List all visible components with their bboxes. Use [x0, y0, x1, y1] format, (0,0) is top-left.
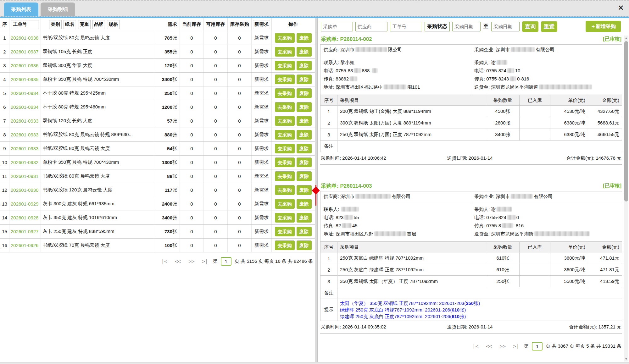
filter-paper-name[interactable]: 纸名: [64, 20, 76, 29]
buy-button[interactable]: 去采购: [275, 88, 295, 98]
pagination-prev-button[interactable]: <<: [486, 343, 492, 349]
discard-button[interactable]: 废除: [297, 74, 312, 84]
order-no-link[interactable]: 202601-0926: [9, 239, 41, 252]
reset-button[interactable]: 重置: [541, 21, 557, 32]
seq-cell: 6: [0, 100, 9, 114]
left-pagination: |< << >> >| 第 页 共 5156 页 每页 16 条 共 82486…: [0, 255, 315, 267]
scrollbar-up-icon[interactable]: ▲: [624, 36, 628, 40]
current-stock-cell: 0: [180, 156, 204, 169]
discard-button[interactable]: 废除: [297, 144, 312, 153]
discard-button[interactable]: 废除: [297, 199, 312, 209]
buy-button[interactable]: 去采购: [275, 185, 295, 195]
discard-button[interactable]: 废除: [297, 33, 312, 43]
date-from-input[interactable]: [452, 22, 481, 31]
col-seq: 序: [0, 18, 9, 31]
buy-button[interactable]: 去采购: [275, 227, 295, 236]
hint-line[interactable]: 绿建晖 250克 灰底白 正度787*1092mm: 202601-206(61…: [340, 313, 619, 320]
order-no-link[interactable]: 202601-0933: [9, 142, 41, 155]
order-no-link[interactable]: 202601-0930: [9, 183, 41, 197]
pagination-prev-button[interactable]: <<: [175, 258, 181, 264]
discard-button[interactable]: 废除: [297, 102, 312, 112]
new-demand-filter[interactable]: 新需求: [253, 20, 270, 29]
order-no-link[interactable]: 202601-0933: [9, 114, 41, 128]
work-order-input[interactable]: [390, 22, 422, 31]
buy-button[interactable]: 去采购: [275, 116, 295, 126]
query-button[interactable]: 查询: [522, 21, 538, 32]
add-purchase-button[interactable]: ＋新增采购: [586, 21, 621, 32]
scrollbar-thumb[interactable]: [624, 41, 628, 201]
date-to-input[interactable]: [491, 22, 520, 31]
discard-button[interactable]: 废除: [297, 171, 312, 181]
buy-button[interactable]: 去采购: [275, 213, 295, 223]
order-no-link[interactable]: 202601-0932: [9, 156, 41, 169]
page-number-input[interactable]: [532, 342, 543, 350]
items-header-cell: 采购数量: [486, 242, 520, 252]
supplier-input[interactable]: [355, 22, 387, 31]
order-no-link[interactable]: 202601-0937: [9, 45, 41, 58]
hint-line[interactable]: 太阳（华夏） 350克 双铜纸 正度787*1092mm: 202601-203…: [340, 300, 619, 306]
hint-line[interactable]: 绿建晖 250克 灰底白 特规787*1092mm: 202601-206(61…: [340, 306, 619, 313]
discard-button[interactable]: 废除: [297, 227, 312, 236]
order-no-link[interactable]: 202601-0935: [9, 73, 41, 86]
order-no-link[interactable]: 202601-0934: [9, 86, 41, 100]
page-number-input[interactable]: [221, 257, 231, 266]
censored-text: [384, 85, 406, 89]
discard-button[interactable]: 废除: [297, 240, 312, 250]
buy-button[interactable]: 去采购: [275, 102, 295, 112]
buy-button[interactable]: 去采购: [275, 33, 295, 43]
table-row: 3202601-0936双铜纸 300克 华泰 大度120张000新需求去采购废…: [0, 59, 315, 73]
scrollbar-down-icon[interactable]: ▼: [624, 357, 628, 361]
order-no-link[interactable]: 202601-0929: [9, 197, 41, 211]
close-icon[interactable]: ✕: [618, 4, 624, 12]
order-no-link[interactable]: 202601-0936: [9, 59, 41, 72]
buy-button[interactable]: 去采购: [275, 74, 295, 84]
discard-button[interactable]: 废除: [297, 61, 312, 70]
item-no-cell: 2: [320, 117, 337, 129]
pagination-first-button[interactable]: |<: [161, 258, 167, 264]
desc-cell: 书纸/双胶纸 80克 晨鸣云镜 大度: [41, 31, 154, 45]
buy-button[interactable]: 去采购: [275, 61, 295, 70]
discard-button[interactable]: 废除: [297, 116, 312, 126]
pagination-last-button[interactable]: >|: [513, 343, 519, 349]
pagination-last-button[interactable]: >|: [202, 258, 208, 264]
filter-brand[interactable]: 品牌: [92, 20, 105, 29]
po-number-input[interactable]: [321, 22, 353, 31]
order-no-link[interactable]: 202601-0938: [9, 31, 41, 45]
info-row: 供应商: 深圳市限公司采购企业: 深圳市有限公司: [320, 45, 622, 55]
order-no-link[interactable]: 202601-0927: [9, 225, 41, 238]
tab-purchase-detail[interactable]: 采购明细: [41, 3, 75, 16]
window-bottom-edge: [0, 362, 629, 364]
desc-cell: 书纸/双胶纸 80克 晨鸣云镜 大度: [41, 142, 154, 155]
buy-button[interactable]: 去采购: [275, 157, 295, 167]
tab-purchase-list[interactable]: 采购列表: [4, 3, 38, 16]
contact-cell: 联系人: 电话: 82355传真: 8245地址: 深圳市福田区八卦首层: [320, 202, 471, 241]
pagination-next-button[interactable]: >>: [500, 343, 506, 349]
order-no-link[interactable]: 202601-0931: [9, 169, 41, 183]
buy-button[interactable]: 去采购: [275, 144, 295, 153]
buy-button[interactable]: 去采购: [275, 130, 295, 140]
order-no-link[interactable]: 202601-0928: [9, 211, 41, 224]
new-demand-cell: 新需求: [252, 114, 272, 128]
discard-button[interactable]: 废除: [297, 213, 312, 223]
discard-button[interactable]: 废除: [297, 88, 312, 98]
buy-button[interactable]: 去采购: [275, 47, 295, 57]
status-select[interactable]: 采购状态: [425, 22, 450, 31]
order-no-link[interactable]: 202601-0933: [9, 128, 41, 141]
buy-button[interactable]: 去采购: [275, 171, 295, 181]
discard-button[interactable]: 废除: [297, 130, 312, 140]
pagination-first-button[interactable]: |<: [472, 343, 478, 349]
order-footer: 采购时间: 2026-01-14 10:06:42送货日期: 2026-01-1…: [320, 152, 622, 165]
order-no-link[interactable]: 202601-0934: [9, 100, 41, 114]
discard-button[interactable]: 废除: [297, 157, 312, 167]
order-no-filter-input[interactable]: 工单号: [11, 20, 39, 29]
filter-weight[interactable]: 克重: [78, 20, 91, 29]
buy-button[interactable]: 去采购: [275, 240, 295, 250]
discard-button[interactable]: 废除: [297, 47, 312, 57]
discard-button[interactable]: 废除: [297, 185, 312, 195]
vertical-scrollbar[interactable]: ▲ ▼: [624, 36, 628, 361]
buy-button[interactable]: 去采购: [275, 199, 295, 209]
pagination-next-button[interactable]: >>: [188, 258, 194, 264]
filter-category[interactable]: 类别: [49, 20, 62, 29]
filter-spec[interactable]: 规格: [107, 20, 120, 29]
item-name-cell: 350克 双铜纸 太阳（华夏） 正度 787*1092mm: [337, 276, 486, 287]
